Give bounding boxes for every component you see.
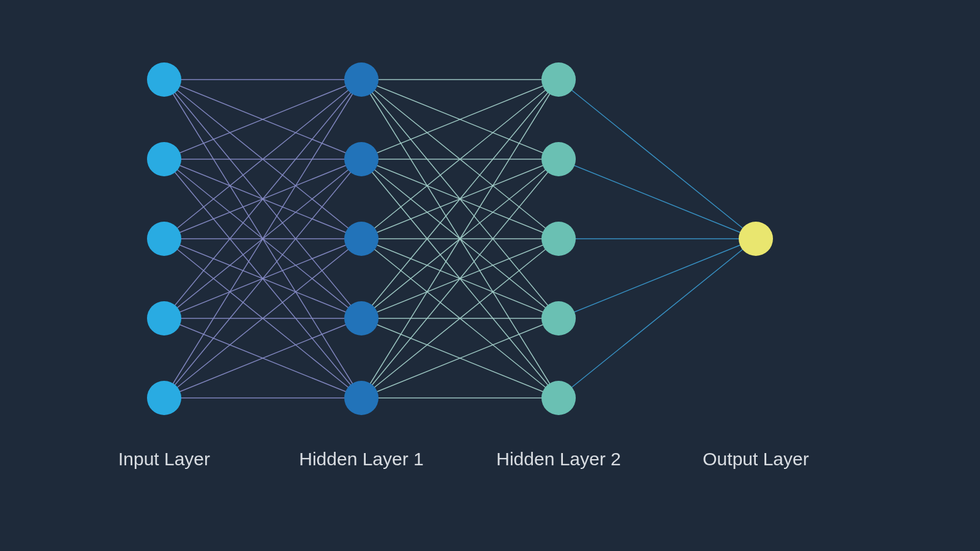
hidden1-node: [344, 62, 379, 97]
hidden2-node: [541, 142, 576, 176]
edges-group: [164, 80, 756, 398]
edge: [559, 239, 756, 398]
labels-group: Input LayerHidden Layer 1Hidden Layer 2O…: [118, 449, 809, 469]
edge: [559, 159, 756, 239]
hidden2-label: Hidden Layer 2: [496, 449, 620, 469]
hidden1-node: [344, 222, 379, 256]
hidden2-node: [541, 381, 576, 415]
hidden1-node: [344, 142, 379, 176]
input-node: [147, 62, 181, 97]
output-node: [739, 222, 773, 256]
hidden2-node: [541, 62, 576, 97]
edge: [559, 80, 756, 239]
hidden1-node: [344, 381, 379, 415]
edge: [559, 239, 756, 318]
hidden1-label: Hidden Layer 1: [299, 449, 423, 469]
hidden2-node: [541, 301, 576, 335]
input-node: [147, 381, 181, 415]
input-node: [147, 301, 181, 335]
hidden1-node: [344, 301, 379, 335]
input-node: [147, 142, 181, 176]
neural-network-diagram: Input LayerHidden Layer 1Hidden Layer 2O…: [0, 0, 980, 551]
input-node: [147, 222, 181, 256]
hidden2-node: [541, 222, 576, 256]
input-label: Input Layer: [118, 449, 210, 469]
output-label: Output Layer: [703, 449, 809, 469]
